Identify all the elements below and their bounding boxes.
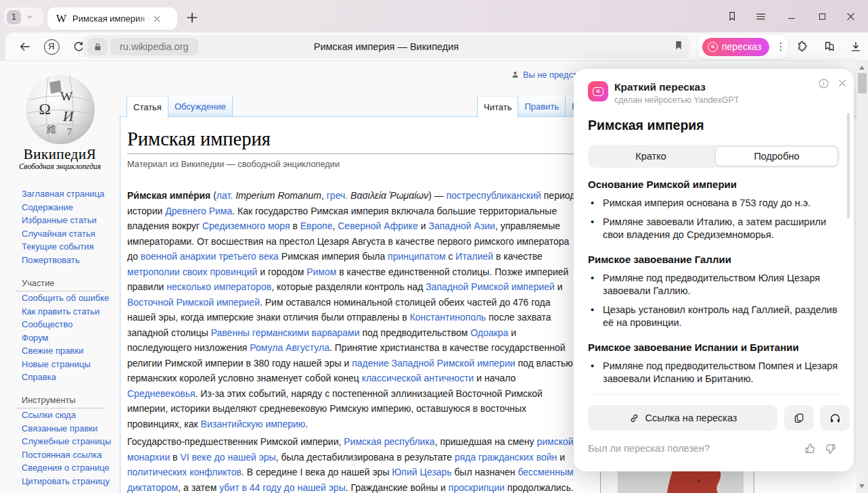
- wiki-link[interactable]: Равенны: [211, 327, 250, 338]
- wiki-link[interactable]: Северной Африке: [338, 220, 418, 231]
- sidebar-link[interactable]: Ссылки сюда: [22, 408, 111, 422]
- sidebar-link[interactable]: Пожертвовать: [22, 254, 104, 267]
- wiki-link[interactable]: диктатором: [127, 482, 178, 493]
- wiki-link[interactable]: Юлий Цезарь: [392, 467, 451, 477]
- back-button[interactable]: [14, 36, 36, 57]
- wiki-link[interactable]: монархии: [127, 452, 170, 463]
- tab-detailed[interactable]: Подробно: [714, 145, 840, 168]
- wiki-link[interactable]: Византийскую империю: [201, 419, 306, 429]
- user-status[interactable]: Вы не предст: [511, 70, 577, 80]
- listen-summary-button[interactable]: [820, 405, 850, 431]
- scroll-up-arrow[interactable]: [859, 66, 865, 70]
- text-segment: Βασιλεία Ῥωμαίων: [350, 190, 428, 201]
- sidebar-link[interactable]: Постоянная ссылка: [22, 448, 111, 462]
- tab-close-icon[interactable]: [152, 14, 162, 24]
- wiki-link[interactable]: Римом: [306, 266, 336, 277]
- info-button[interactable]: [816, 76, 831, 91]
- wiki-link[interactable]: греч.: [327, 190, 348, 201]
- wiki-tab-править[interactable]: Править: [518, 96, 566, 117]
- sidebar-link[interactable]: Новые страницы: [22, 358, 109, 371]
- wiki-link[interactable]: Средиземного моря: [202, 220, 290, 231]
- wiki-tab-читать[interactable]: Читать: [477, 96, 518, 118]
- wiki-link[interactable]: Древнего Рима: [165, 206, 232, 216]
- bookmark-icon[interactable]: [672, 39, 685, 51]
- panel-close-button[interactable]: [835, 76, 850, 91]
- wiki-link[interactable]: падение Западной Римской империи: [352, 358, 515, 369]
- sidebar-link[interactable]: Справка: [22, 371, 109, 384]
- wiki-link[interactable]: Ромула Августула: [250, 342, 329, 353]
- wiki-link[interactable]: классической античности: [362, 373, 474, 383]
- wiki-link[interactable]: Италией: [455, 251, 493, 262]
- url-domain[interactable]: ru.wikipedia.org: [110, 38, 198, 55]
- browser-tab[interactable]: W Римская империя — Ви: [47, 7, 177, 30]
- wiki-link[interactable]: лат.: [216, 190, 233, 201]
- wiki-link[interactable]: политических конфликтов: [127, 467, 242, 477]
- scrollbar-thumb[interactable]: [858, 73, 867, 93]
- sidebar-link[interactable]: Свежие правки: [22, 344, 109, 358]
- text-line: диктатором, а затем убит в 44 году до на…: [127, 480, 868, 493]
- wiki-link[interactable]: Европе: [300, 220, 333, 231]
- sidebar-link[interactable]: Сведения о странице: [22, 461, 111, 475]
- retell-button[interactable]: « пересказ: [702, 38, 769, 56]
- thumbs-up-icon: [804, 442, 817, 455]
- sidebar-link[interactable]: Служебные страницы: [22, 435, 111, 448]
- tab-counter[interactable]: 1: [4, 7, 43, 26]
- sidebar-link[interactable]: Цитировать страницу: [22, 475, 111, 488]
- sidebar-link[interactable]: Связанные правки: [22, 422, 111, 436]
- maximize-button[interactable]: [813, 7, 831, 26]
- wiki-link[interactable]: в 44 году до нашей эры: [242, 482, 345, 493]
- security-chip[interactable]: [87, 38, 108, 55]
- wiki-link[interactable]: Западной Азии: [429, 220, 495, 231]
- wiki-link[interactable]: постреспубликанский: [447, 190, 541, 201]
- sidebar-panel-button[interactable]: [723, 7, 741, 26]
- sidebar-link[interactable]: Как править статьи: [22, 305, 109, 319]
- minimize-button[interactable]: [782, 7, 801, 26]
- wiki-link[interactable]: Средневековья: [127, 388, 196, 399]
- wiki-link[interactable]: Одоакра: [470, 327, 508, 338]
- wiki-tab-обсуждение[interactable]: Обсуждение: [168, 96, 233, 117]
- sidebar-link[interactable]: Случайная статья: [22, 227, 104, 241]
- wiki-link[interactable]: убит: [219, 482, 239, 493]
- thumbs-up-button[interactable]: [801, 440, 819, 457]
- sidebar-link[interactable]: Текущие события: [22, 240, 104, 254]
- menu-button[interactable]: [751, 7, 770, 26]
- tab-brief[interactable]: Кратко: [588, 145, 714, 168]
- sidebar-link[interactable]: Сообщество: [22, 318, 109, 331]
- panel-scrollbar-thumb[interactable]: [847, 113, 850, 218]
- scroll-down-arrow[interactable]: [859, 484, 865, 488]
- wiki-link[interactable]: римской: [536, 436, 573, 447]
- sidebar-link[interactable]: Содержание: [22, 201, 104, 214]
- window-close-button[interactable]: [841, 7, 860, 26]
- wiki-link[interactable]: Римская республика: [344, 436, 434, 447]
- wiki-link[interactable]: военной анархии третьего века: [141, 251, 279, 262]
- wiki-link[interactable]: Константинополь: [410, 312, 486, 323]
- extensions-button[interactable]: [792, 37, 813, 57]
- more-options-icon[interactable]: ⋮: [775, 41, 785, 53]
- wiki-link[interactable]: ряда гражданских войн: [455, 452, 557, 463]
- puzzle-icon: [796, 40, 809, 53]
- address-bar[interactable]: ru.wikipedia.org Римская империя — Викип…: [83, 35, 690, 58]
- wiki-link[interactable]: принципатом: [388, 251, 445, 262]
- summary-link-button[interactable]: Ссылка на пересказ: [588, 405, 777, 431]
- wiki-link[interactable]: VI веке до нашей эры: [180, 452, 275, 463]
- sidebar-link[interactable]: Избранные статьи: [22, 214, 104, 227]
- downloads-button[interactable]: [846, 37, 866, 57]
- yandex-button[interactable]: Я: [41, 36, 62, 57]
- wiki-link[interactable]: несколько императоров: [166, 281, 271, 292]
- sidebar-link[interactable]: Форум: [22, 331, 109, 345]
- page-scrollbar[interactable]: [856, 61, 868, 493]
- wikipedia-logo[interactable]: Ω W И 維 7: [23, 72, 97, 146]
- wiki-link[interactable]: германскими варварами: [252, 327, 360, 338]
- sidebar-link[interactable]: Сообщить об ошибке: [22, 291, 109, 305]
- wiki-link[interactable]: проскрипции: [449, 482, 505, 493]
- wiki-link[interactable]: Западной Римской империей: [426, 281, 555, 292]
- thumbs-down-button[interactable]: [821, 440, 839, 457]
- wiki-tab-статья[interactable]: Статья: [127, 96, 168, 118]
- wiki-link[interactable]: бессменным: [518, 467, 573, 477]
- collections-button[interactable]: [819, 37, 840, 57]
- copy-summary-button[interactable]: [784, 405, 814, 431]
- wiki-link[interactable]: Восточной Римской империей: [127, 297, 260, 308]
- wiki-link[interactable]: метрополии своих провинций: [127, 266, 257, 277]
- new-tab-button[interactable]: [184, 9, 200, 26]
- sidebar-link[interactable]: Заглавная страница: [22, 187, 104, 201]
